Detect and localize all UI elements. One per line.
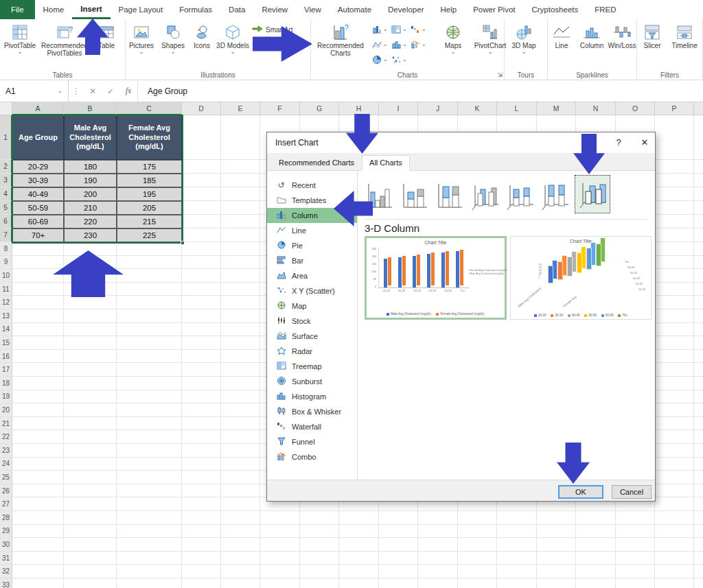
cell-F33[interactable] [260,578,300,588]
cell-J29[interactable] [418,525,458,539]
cell-C25[interactable] [117,471,182,484]
row-header-24[interactable]: 24 [0,458,12,471]
cell-X17[interactable] [694,363,703,377]
cell-X14[interactable] [694,323,703,337]
cell-A17[interactable] [12,363,64,377]
cell-D8[interactable] [182,242,221,256]
cell-A29[interactable] [12,525,64,539]
cell-P30[interactable] [655,538,694,552]
column-button[interactable]: Column [575,19,608,69]
cell-A13[interactable] [12,309,64,323]
cell-H28[interactable] [339,511,379,525]
cell-F30[interactable] [260,538,300,552]
cell-X11[interactable] [694,283,703,296]
subtype-3d-clustered-column-icon[interactable] [470,179,500,213]
cancel-button[interactable]: Cancel [612,485,652,499]
table-cell[interactable]: 225 [117,228,182,242]
cell-B14[interactable] [64,323,117,337]
cell-X28[interactable] [694,511,703,525]
cell-D29[interactable] [182,525,221,539]
cell-B18[interactable] [64,377,117,390]
table-cell[interactable]: 175 [117,160,182,174]
row-header-7[interactable]: 7 [0,228,12,242]
cell-D20[interactable] [182,403,221,417]
cell-E9[interactable] [221,256,260,270]
cell-X5[interactable] [694,201,703,215]
cell-X20[interactable] [694,403,703,417]
tab-all-charts[interactable]: All Charts [362,155,410,171]
cell-D2[interactable] [182,160,221,174]
help-icon[interactable]: ? [611,135,626,150]
table-header-cell[interactable]: Female Avg Cholesterol (mg/dL) [117,115,182,160]
column-header-E[interactable]: E [221,102,260,115]
cell-A21[interactable] [12,417,64,431]
table-cell[interactable]: 185 [117,174,182,187]
cell-E21[interactable] [221,417,260,431]
cell-G32[interactable] [300,565,339,578]
cell-B24[interactable] [64,458,117,471]
cell-L29[interactable] [497,525,537,539]
cell-O31[interactable] [616,552,655,565]
row-header-32[interactable]: 32 [0,565,12,578]
row-header-13[interactable]: 13 [0,309,12,323]
cell-K28[interactable] [458,511,497,525]
cell-E20[interactable] [221,403,260,417]
cell-E33[interactable] [221,578,260,588]
chart-category-radar[interactable]: Radar [267,344,357,359]
table-cell[interactable]: 30-39 [12,174,64,187]
row-header-25[interactable]: 25 [0,471,12,484]
insert-hierarchy-chart-button[interactable]: ⌄ [391,22,410,37]
cell-X7[interactable] [694,228,703,242]
cell-E8[interactable] [221,242,260,256]
cell-N31[interactable] [576,552,616,565]
cell-X23[interactable] [694,444,703,458]
cell-X13[interactable] [694,309,703,323]
cell-P29[interactable] [655,525,694,539]
cell-C32[interactable] [117,565,182,578]
column-header-O[interactable]: O [616,102,655,115]
cell-D24[interactable] [182,458,221,471]
cell-D9[interactable] [182,256,221,270]
cell-H29[interactable] [339,525,379,539]
cell-A19[interactable] [12,390,64,404]
cell-X4[interactable] [694,187,703,201]
cell-P2[interactable] [655,160,694,174]
cell-P16[interactable] [655,350,694,364]
cell-L31[interactable] [497,552,537,565]
row-header-27[interactable]: 27 [0,497,12,511]
cell-D32[interactable] [182,565,221,578]
cell-D13[interactable] [182,309,221,323]
cell-X12[interactable] [694,296,703,309]
insert-line-chart-button[interactable]: ⌄ [371,37,391,52]
chart-category-recent[interactable]: ↺Recent [267,178,357,193]
row-header-3[interactable]: 3 [0,174,12,187]
cell-X24[interactable] [694,458,703,471]
cell-H31[interactable] [339,552,379,565]
cell-A31[interactable] [12,552,64,565]
cell-X8[interactable] [694,242,703,256]
shapes-button[interactable]: Shapes⌄ [157,19,189,69]
cell-C33[interactable] [117,578,182,588]
table-cell[interactable]: 205 [117,201,182,215]
cell-N33[interactable] [576,578,616,588]
cell-B28[interactable] [64,511,117,525]
row-header-16[interactable]: 16 [0,350,12,364]
cell-P3[interactable] [655,174,694,187]
row-header-6[interactable]: 6 [0,215,12,228]
cell-B27[interactable] [64,497,117,511]
cell-A15[interactable] [12,336,64,350]
table-cell[interactable]: 190 [64,174,117,187]
cell-K33[interactable] [458,578,497,588]
row-header-10[interactable]: 10 [0,269,12,283]
cell-A12[interactable] [12,296,64,309]
cell-B20[interactable] [64,403,117,417]
cell-D17[interactable] [182,363,221,377]
cell-P17[interactable] [655,363,694,377]
line-button[interactable]: Line [548,19,575,69]
timeline-button[interactable]: Timeline [667,19,702,69]
cell-O32[interactable] [616,565,655,578]
ribbon-tab-automate[interactable]: Automate [330,0,380,19]
chart-category-stock[interactable]: Stock [267,314,357,329]
row-header-22[interactable]: 22 [0,430,12,444]
cell-E32[interactable] [221,565,260,578]
